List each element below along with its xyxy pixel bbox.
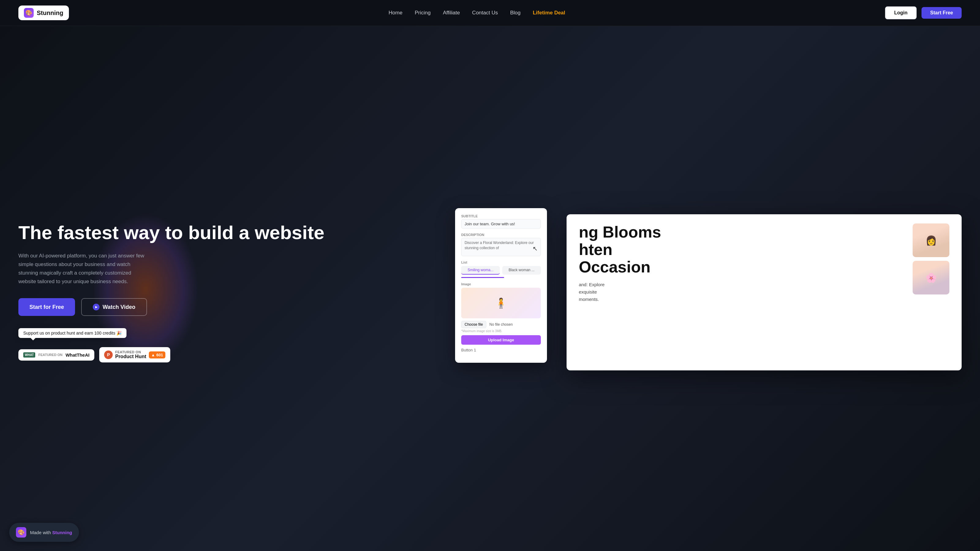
photo-woman-sitting: 👩: [913, 224, 950, 257]
list-label: List: [461, 260, 541, 264]
nav-blog[interactable]: Blog: [510, 10, 520, 16]
hero-right: Subtitle Join our team. Grow with us! De…: [455, 208, 962, 376]
website-preview-inner: ng Blooms hten Occasion and: Exploreexqu…: [566, 214, 962, 370]
tab-indicator: [461, 277, 504, 278]
button1-label: Button 1: [461, 348, 541, 353]
tab-black-woman[interactable]: Black woman ...: [502, 266, 541, 275]
ph-featured-label: FEATURED ON: [115, 350, 146, 354]
cursor: ↖: [533, 245, 538, 252]
list-field: List Smiling woma... Black woman ...: [461, 260, 541, 278]
file-choose-row: Choose file No file chosen: [461, 321, 541, 328]
image-field: Image 🧍 Choose file No file chosen *Maxi…: [461, 282, 541, 353]
footer-brand: Stunning: [52, 530, 72, 535]
website-text-col: ng Blooms hten Occasion and: Exploreexqu…: [579, 224, 904, 361]
preview-container: Subtitle Join our team. Grow with us! De…: [455, 208, 962, 376]
nav-links: Home Pricing Affiliate Contact Us Blog L…: [389, 10, 565, 16]
website-photos-col: 👩 🌸: [913, 224, 950, 361]
watch-video-button[interactable]: ▶ Watch Video: [81, 298, 147, 316]
hero-left: The fastest way to build a website With …: [18, 222, 443, 362]
tab-smiling-woman[interactable]: Smiling woma...: [461, 266, 500, 275]
ph-text-area: FEATURED ON Product Hunt: [115, 350, 146, 359]
footer-badge[interactable]: 🎨 Made with Stunning: [9, 523, 79, 542]
upload-image-button[interactable]: Upload Image: [461, 335, 541, 345]
subtitle-field: Subtitle Join our team. Grow with us!: [461, 214, 541, 229]
logo[interactable]: 🎨 Stunning: [18, 5, 69, 20]
watch-video-label: Watch Video: [103, 304, 135, 310]
nav-affiliate[interactable]: Affiliate: [443, 10, 460, 16]
nav-contact[interactable]: Contact Us: [472, 10, 498, 16]
made-with-label: Made with: [30, 530, 52, 535]
footer-badge-icon: 🎨: [16, 527, 26, 538]
subtitle-label: Subtitle: [461, 214, 541, 218]
upvote-arrow-icon: ▲: [151, 353, 155, 357]
editor-panel: Subtitle Join our team. Grow with us! De…: [455, 208, 547, 363]
ph-name: Product Hunt: [115, 354, 146, 359]
description-textarea[interactable]: Discover a Floral Wonderland: Explore ou…: [461, 238, 541, 256]
producthunt-badge[interactable]: P FEATURED ON Product Hunt ▲ 601: [99, 347, 170, 362]
logo-text: Stunning: [37, 10, 64, 16]
tooltip-text: Support us on product hunt and earn 100 …: [23, 330, 122, 335]
hero-buttons: Start for Free ▶ Watch Video: [18, 298, 443, 316]
nav-lifetime-deal[interactable]: Lifetime Deal: [533, 10, 565, 16]
ph-logo: P: [104, 351, 113, 359]
ph-letter: P: [107, 353, 110, 357]
image-preview: 🧍: [461, 288, 541, 318]
description-field: Description Discover a Floral Wonderland…: [461, 233, 541, 256]
nav-pricing[interactable]: Pricing: [415, 10, 431, 16]
website-big-title: ng Blooms hten Occasion: [579, 224, 904, 276]
hero-subtitle: With our AI-powered platform, you can ju…: [18, 252, 147, 286]
navbar: 🎨 Stunning Home Pricing Affiliate Contac…: [0, 0, 980, 26]
start-free-nav-button[interactable]: Start Free: [921, 7, 962, 19]
footer-badge-text: Made with Stunning: [30, 530, 72, 535]
hero-title: The fastest way to build a website: [18, 222, 443, 243]
play-icon: ▶: [93, 304, 100, 310]
no-file-text: No file chosen: [489, 322, 513, 327]
preview-person-icon: 🧍: [495, 297, 507, 309]
choose-file-button[interactable]: Choose file: [461, 321, 486, 328]
support-tooltip: Support us on product hunt and earn 100 …: [18, 328, 443, 342]
logo-icon: 🎨: [24, 8, 34, 18]
play-triangle: ▶: [95, 305, 97, 308]
ph-vote-count: 601: [156, 353, 163, 357]
photo-woman-pink: 🌸: [913, 261, 950, 294]
editor-tabs: Smiling woma... Black woman ...: [461, 266, 541, 275]
whattheai-badge[interactable]: WHAT Featured on WhatTheAI: [18, 349, 94, 360]
subtitle-input[interactable]: Join our team. Grow with us!: [461, 219, 541, 229]
login-button[interactable]: Login: [885, 6, 917, 19]
website-desc: and: Exploreexquisitemoments.: [579, 281, 904, 303]
nav-actions: Login Start Free: [885, 6, 962, 19]
image-label: Image: [461, 282, 541, 286]
badges: WHAT Featured on WhatTheAI P FEATURED ON…: [18, 347, 443, 362]
max-size-note: *Maximum image size is 3MB.: [461, 329, 541, 333]
ph-count: ▲ 601: [149, 351, 166, 359]
hero-section: The fastest way to build a website With …: [0, 26, 980, 551]
whattheai-logo: WHAT: [23, 353, 35, 357]
website-preview-panel: ng Blooms hten Occasion and: Exploreexqu…: [566, 214, 962, 370]
nav-home[interactable]: Home: [389, 10, 402, 16]
start-for-free-button[interactable]: Start for Free: [18, 298, 75, 316]
description-label: Description: [461, 233, 541, 237]
